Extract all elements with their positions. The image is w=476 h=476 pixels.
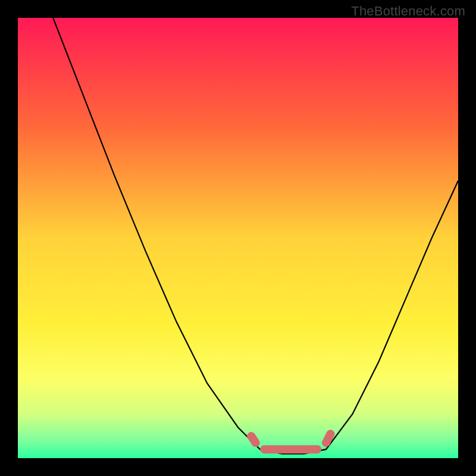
watermark-text: TheBottleneck.com — [351, 4, 465, 19]
plot-curves — [18, 18, 458, 458]
chart-frame: TheBottleneck.com — [0, 0, 476, 476]
plot-area — [18, 18, 458, 458]
